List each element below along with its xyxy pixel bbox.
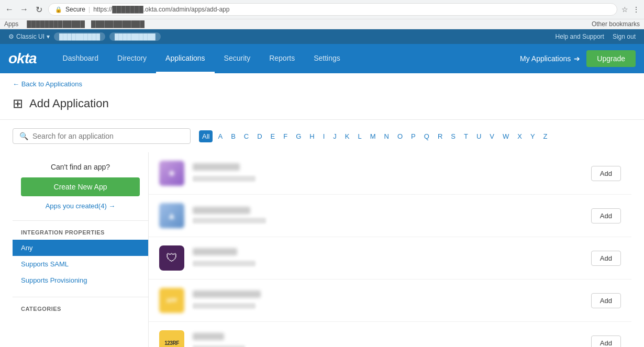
apps-label: Apps <box>4 20 18 28</box>
add-button-3[interactable]: Add <box>591 251 621 266</box>
alpha-filter-btn-u[interactable]: U <box>473 130 484 142</box>
search-icon: 🔍 <box>19 132 28 140</box>
app-name-2 <box>193 207 583 214</box>
alpha-filter-btn-t[interactable]: T <box>461 130 471 142</box>
star-icon[interactable]: ☆ <box>621 5 628 14</box>
create-new-app-button[interactable]: Create New App <box>21 177 140 196</box>
search-input[interactable] <box>32 132 184 140</box>
alpha-filter-btn-m[interactable]: M <box>367 130 379 142</box>
app-name-5 <box>193 333 583 342</box>
refresh-button[interactable]: ↻ <box>34 4 44 15</box>
nav-settings[interactable]: Settings <box>304 44 350 73</box>
nav-reports[interactable]: Reports <box>260 44 304 73</box>
bookmark1: █████████████ <box>27 20 85 28</box>
app-list: ★ Add ▲ <box>149 152 631 347</box>
alpha-filter-btn-a[interactable]: A <box>215 130 226 142</box>
alpha-filter-btn-s[interactable]: S <box>448 130 459 142</box>
nav-dashboard[interactable]: Dashboard <box>53 44 108 73</box>
classic-ui-button[interactable]: ⚙ Classic UI ▾ <box>8 33 50 40</box>
integration-section-title: INTEGRATION PROPERTIES <box>13 229 148 240</box>
filter-saml[interactable]: Supports SAML <box>13 256 148 272</box>
search-box: 🔍 <box>13 128 191 144</box>
cant-find-title: Can't find an app? <box>21 163 140 171</box>
app-info-5 <box>193 333 583 347</box>
alpha-filter-btn-x[interactable]: X <box>514 130 525 142</box>
alpha-filter-btn-g[interactable]: G <box>293 130 304 142</box>
alpha-filter-btn-i[interactable]: I <box>320 130 328 142</box>
secure-icon: 🔒 <box>55 6 62 13</box>
search-filter-bar: 🔍 AllABCDEFGHIJKLMNOPQRSTUVWXYZ <box>0 119 644 152</box>
forward-button[interactable]: → <box>19 4 29 15</box>
page-title: Add Application <box>29 97 109 110</box>
bookmark2: ████████████ <box>91 20 145 28</box>
filter-any[interactable]: Any <box>13 240 148 256</box>
alpha-filter-btn-e[interactable]: E <box>268 130 279 142</box>
address-bar[interactable]: 🔒 Secure | https://███████.okta.com/admi… <box>48 3 617 16</box>
page-content: Back to Applications ⊞ Add Application 🔍… <box>0 73 644 347</box>
sidebar: Can't find an app? Create New App Apps y… <box>13 152 149 347</box>
alpha-filter-btn-v[interactable]: V <box>486 130 497 142</box>
breadcrumb: Back to Applications <box>0 73 644 94</box>
nav-security[interactable]: Security <box>215 44 260 73</box>
alpha-filter-btn-n[interactable]: N <box>381 130 392 142</box>
app-name-1 <box>193 163 583 172</box>
alpha-filter-btn-h[interactable]: H <box>306 130 317 142</box>
alpha-filter-btn-r[interactable]: R <box>435 130 446 142</box>
alpha-filter-btn-o[interactable]: O <box>394 130 406 142</box>
apps-created-link[interactable]: Apps you created(4) → <box>46 202 116 210</box>
app-row: ▲ Add <box>149 195 631 237</box>
alpha-filter-btn-all[interactable]: All <box>199 130 213 142</box>
alpha-filter-btn-l[interactable]: L <box>355 130 365 142</box>
other-bookmarks[interactable]: Other bookmarks <box>592 20 640 28</box>
alpha-filter-btn-d[interactable]: D <box>254 130 265 142</box>
nav-right: My Applications ➔ Upgrade <box>520 50 636 67</box>
app-desc-1 <box>193 174 583 183</box>
alpha-filter-btn-y[interactable]: Y <box>527 130 538 142</box>
alpha-filter-btn-b[interactable]: B <box>228 130 239 142</box>
alpha-filter-btn-z[interactable]: Z <box>540 130 551 142</box>
gear-icon: ⚙ <box>8 33 14 40</box>
alpha-filter-btn-k[interactable]: K <box>342 130 353 142</box>
app-desc-5 <box>193 343 583 347</box>
add-button-1[interactable]: Add <box>591 166 621 181</box>
app-logo-1: ★ <box>159 161 184 186</box>
alpha-filter-btn-q[interactable]: Q <box>421 130 432 142</box>
secure-label: Secure <box>65 6 85 13</box>
sign-out-link[interactable]: Sign out <box>613 33 636 40</box>
nav-applications[interactable]: Applications <box>156 44 215 73</box>
my-applications-link[interactable]: My Applications ➔ <box>520 54 580 63</box>
app-info-2 <box>193 207 583 225</box>
app-desc-4 <box>193 301 583 310</box>
main-layout: Can't find an app? Create New App Apps y… <box>0 152 644 347</box>
help-support-link[interactable]: Help and Support <box>556 33 604 40</box>
page-header: ⊞ Add Application <box>0 94 644 119</box>
alpha-filter-btn-c[interactable]: C <box>241 130 252 142</box>
classic-ui-label: Classic UI <box>16 33 45 40</box>
filter-provisioning[interactable]: Supports Provisioning <box>13 272 148 288</box>
dropdown-arrow-icon: ▾ <box>47 33 50 40</box>
app-name-3 <box>193 248 583 257</box>
nav-links: Dashboard Directory Applications Securit… <box>53 44 520 73</box>
app-logo-5: 123RF <box>159 330 184 347</box>
alpha-filter-btn-w[interactable]: W <box>499 130 512 142</box>
add-button-4[interactable]: Add <box>591 293 621 308</box>
menu-icon[interactable]: ⋮ <box>632 5 640 14</box>
alpha-filter-btn-j[interactable]: J <box>330 130 340 142</box>
app-row: 🛡 Add <box>149 237 631 279</box>
my-apps-label: My Applications <box>520 54 571 63</box>
app-row: APP Add <box>149 279 631 322</box>
browser-chrome: ← → ↻ 🔒 Secure | https://███████.okta.co… <box>0 0 644 29</box>
app-row: ★ Add <box>149 152 631 195</box>
upgrade-button[interactable]: Upgrade <box>586 50 636 67</box>
back-to-applications-link[interactable]: Back to Applications <box>13 80 82 88</box>
add-button-2[interactable]: Add <box>591 208 621 223</box>
alpha-filter-btn-p[interactable]: P <box>408 130 419 142</box>
cant-find-box: Can't find an app? Create New App Apps y… <box>13 152 148 221</box>
alpha-filter-btn-f[interactable]: F <box>280 130 291 142</box>
back-button[interactable]: ← <box>4 4 15 15</box>
app-name-4 <box>193 290 583 299</box>
app-row: 123RF Add <box>149 322 631 347</box>
add-button-5[interactable]: Add <box>591 335 621 348</box>
app-info-1 <box>193 163 583 183</box>
nav-directory[interactable]: Directory <box>108 44 156 73</box>
